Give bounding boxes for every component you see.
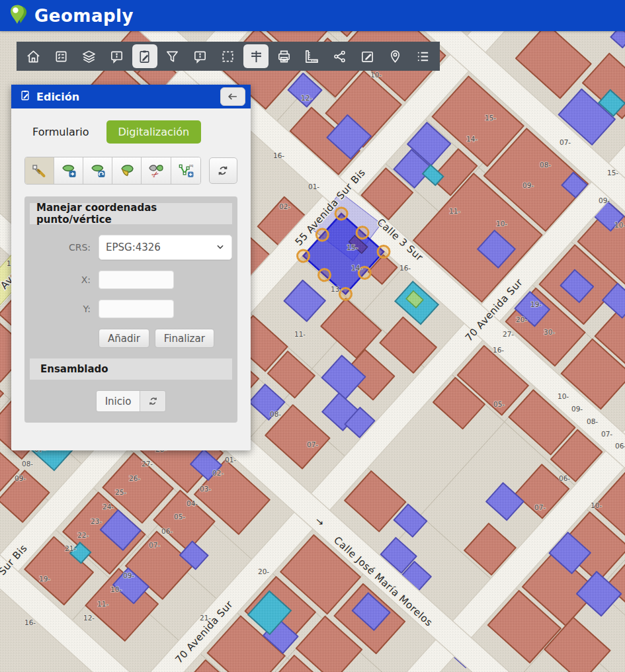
parcel-label: 09- [522,181,534,189]
share-icon[interactable] [327,44,352,68]
legend-list-icon[interactable] [411,44,436,68]
parcel-label: 11- [294,330,306,338]
crs-label: CRS: [30,242,91,253]
parcel-label: 16- [273,151,284,159]
parcel-label: 12- [301,94,312,102]
svg-text:pq: pq [189,163,193,167]
info-bubble-icon[interactable] [104,44,129,68]
parcel-label: 15- [607,169,618,177]
digitization-tool-group: ✂ pq [24,157,201,185]
parcel-label: 06- [161,527,173,535]
parcel-label: 11- [97,600,108,608]
parcel-label: 21- [65,544,76,552]
parcel-label: 27- [142,460,153,468]
x-input[interactable] [99,271,174,289]
parcel-label: 02- [279,202,290,210]
parcel-label: 01- [308,183,319,190]
finish-button[interactable]: Finalizar [155,329,214,348]
parcel-label: 03- [200,485,211,493]
parcel-label: 07- [534,503,546,511]
brand-title: Geomaply [34,6,134,26]
parcel-label: 30- [544,328,555,336]
tab-digitalizacion[interactable]: Digitalización [106,120,202,144]
parcel-label: 07- [560,138,571,146]
tab-formulario[interactable]: Formulario [30,121,92,143]
parcel-label: 19- [530,300,542,308]
edit-clipboard-icon[interactable] [132,44,157,68]
parcel-label: 19- [39,575,50,583]
panel-tabs: Formulario Digitalización [30,120,237,144]
select-area-icon[interactable] [216,44,241,68]
parcel-label: 16- [399,264,411,272]
parcel-label: 22- [77,531,89,539]
parcel-label: 14- [466,135,478,143]
add-button[interactable]: Añadir [99,329,149,348]
refresh-icon [216,164,229,177]
rotate-feature-icon[interactable] [83,157,112,184]
draw-tool-icon[interactable] [25,157,54,184]
parcel-label: 09- [571,405,583,413]
parcel-label: 14- [351,264,362,272]
filter-icon[interactable] [160,44,185,68]
parcel-label: 08- [587,417,598,425]
panel-edit-clipboard-icon [19,89,31,104]
chevron-down-icon [216,242,225,253]
digitization-tools: ✂ pq [24,157,237,185]
x-label: X: [30,274,91,285]
parcel-label: 12- [83,614,95,622]
form-checklist-icon[interactable] [48,44,73,68]
measure-icon[interactable] [299,44,324,68]
move-feature-icon[interactable] [54,157,83,184]
parcel-label: 16- [24,618,36,626]
x-row: X: [30,271,232,289]
arrow-left-icon [226,90,239,103]
refresh-icon [147,396,159,407]
crs-select[interactable]: EPSG:4326 [99,235,232,260]
collapse-panel-button[interactable] [220,87,245,106]
parcel-label: 23- [91,517,102,525]
parcel-label: 07- [307,441,318,448]
comment-info-icon[interactable] [188,44,213,68]
panel-title: Edición [36,91,220,103]
parcel-label: 08- [22,460,33,468]
assembly-refresh-button[interactable] [140,391,165,411]
print-icon[interactable] [271,44,296,68]
parcel-label: 10- [591,501,602,509]
split-feature-icon[interactable]: ✂ [142,157,171,184]
parcel-label: 13- [331,285,342,293]
reshape-feature-icon[interactable] [112,157,142,184]
parcel-label: 06- [559,474,570,482]
parcel-label: 10- [370,71,382,79]
digitization-options: Manejar coordenadas punto/vértice CRS: E… [24,196,237,423]
parcel-label: 07- [601,430,612,438]
parcel-label: 06- [615,442,625,450]
parcel-label: 15- [485,114,496,122]
y-input[interactable] [99,300,174,318]
app-header: Geomaply [0,0,625,31]
parcel-label: 09- [15,474,26,482]
parcel-label: 24- [103,503,114,511]
coords-section-title: Manejar coordenadas punto/vértice [30,203,232,224]
refresh-tools-button[interactable] [209,157,237,184]
parcel-label: 25- [115,488,126,496]
start-button[interactable]: Inicio [97,391,140,411]
edit-note-icon[interactable] [355,44,380,68]
geomaply-logo-icon [8,3,29,28]
parcel-label: 08- [540,161,551,169]
parcel-label: 10- [614,221,625,229]
locate-pin-icon[interactable] [383,44,408,68]
parcel-label: 02- [212,469,224,477]
parcel-label: 20- [516,315,527,323]
parcel-label: 10- [110,585,122,593]
layers-icon[interactable] [76,44,101,68]
parcel-label: 10- [496,220,507,228]
vertex-tool-icon[interactable]: pq [171,157,200,184]
assembly-controls: Inicio [30,390,232,412]
parcel-label: 09- [123,571,134,579]
home-icon[interactable] [21,44,46,68]
parcel-label: 07- [149,541,160,549]
parcel-label: 05- [174,513,185,521]
parcel-label: 11- [449,207,460,215]
y-row: Y: [30,300,232,318]
street-sign-icon[interactable] [243,44,269,68]
